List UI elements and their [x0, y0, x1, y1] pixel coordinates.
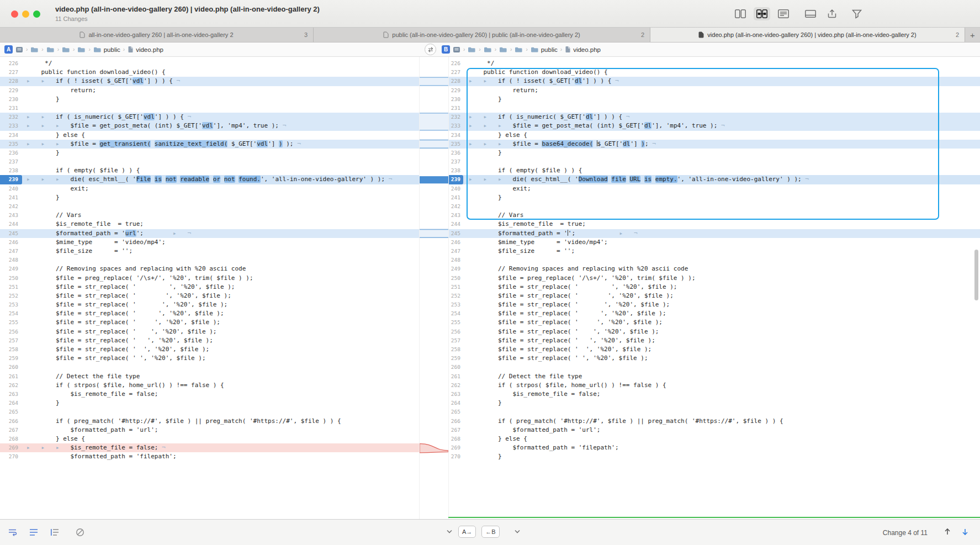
- chevron-down-icon[interactable]: [514, 530, 521, 534]
- chevron-down-icon[interactable]: [446, 530, 453, 534]
- code-line[interactable]: 253 $file = str_replace( ' ', '%20', $fi…: [0, 300, 419, 309]
- breadcrumb-item[interactable]: [77, 46, 86, 53]
- code-line[interactable]: 242: [0, 202, 419, 211]
- tab[interactable]: public (all-in-one-video-gallery 260) | …: [314, 28, 650, 42]
- minimize-button[interactable]: [22, 10, 29, 18]
- code-line[interactable]: 239▸ ▸ ▸ die( esc_html__( 'File is not r…: [0, 175, 419, 184]
- code-line[interactable]: 264 }: [0, 399, 419, 408]
- code-line[interactable]: 266 if ( preg_match( '#http://#', $file …: [0, 417, 419, 426]
- code-line[interactable]: 235▸ ▸ ▸ $file = get_transient( sanitize…: [0, 140, 419, 149]
- breadcrumb-item[interactable]: [62, 46, 70, 53]
- code-line[interactable]: 240 exit;: [0, 184, 419, 193]
- code-line[interactable]: 257 $file = str_replace( ' ', '%20', $fi…: [0, 336, 419, 345]
- change-list-icon[interactable]: [28, 527, 40, 537]
- code-line[interactable]: 260: [0, 363, 419, 372]
- exclude-icon[interactable]: [74, 527, 86, 537]
- code-line[interactable]: 227 public function download_video() {: [449, 68, 980, 77]
- line-filter-icon[interactable]: [49, 527, 61, 537]
- code-line[interactable]: 259 $file = str_replace( ' ', '%20', $fi…: [449, 354, 980, 363]
- code-line[interactable]: 243 // Vars: [0, 211, 419, 220]
- filter-icon[interactable]: [849, 7, 865, 20]
- code-line[interactable]: 243 // Vars: [449, 211, 980, 220]
- code-line[interactable]: 249 // Removing spaces and replacing wit…: [0, 264, 419, 273]
- breadcrumb-item[interactable]: [499, 46, 507, 53]
- code-line[interactable]: 268 } else {: [449, 435, 980, 443]
- copy-b-button[interactable]: ←B: [481, 526, 499, 538]
- code-line[interactable]: 259 $file = str_replace( ' ', '%20', $fi…: [0, 354, 419, 363]
- code-line[interactable]: 246 $mime_type = 'video/mp4';: [449, 238, 980, 247]
- breadcrumb-item[interactable]: public: [93, 46, 120, 53]
- breadcrumb-item[interactable]: [515, 46, 523, 53]
- code-line[interactable]: 228▸ ▸ if ( ! isset( $_GET['vdl'] ) ) { …: [0, 77, 419, 86]
- code-line[interactable]: 262 if ( strpos( $file, home_url() ) !==…: [0, 381, 419, 390]
- code-line[interactable]: 230 }: [449, 95, 980, 104]
- code-line[interactable]: 238 if ( empty( $file ) ) {: [449, 166, 980, 175]
- pane-layout-icon[interactable]: [732, 7, 749, 20]
- code-line[interactable]: 269▸ ▸ ▸ $is_remote_file = false; ¬: [0, 443, 419, 452]
- code-line[interactable]: 247 $file_size = '';: [449, 247, 980, 256]
- code-line[interactable]: 230 }: [0, 95, 419, 104]
- tab[interactable]: video.php (all-in-one-video-gallery 260)…: [650, 28, 965, 42]
- code-line[interactable]: 227 public function download_video() {: [0, 68, 419, 77]
- code-line[interactable]: 251 $file = str_replace( ' ', '%20', $fi…: [0, 283, 419, 292]
- code-line[interactable]: 262 if ( strpos( $file, home_url() ) !==…: [449, 381, 980, 390]
- breadcrumb-item[interactable]: video.php: [565, 46, 601, 53]
- code-line[interactable]: 228▸ ▸ if ( ! isset( $_GET['dl'] ) ) { ¬: [449, 77, 980, 86]
- code-line[interactable]: 254 $file = str_replace( ' ', '%20', $fi…: [0, 309, 419, 318]
- code-line[interactable]: 267 $formatted_path = 'url';: [449, 426, 980, 435]
- code-line[interactable]: 252 $file = str_replace( ' ', '%20', $fi…: [449, 292, 980, 300]
- code-line[interactable]: 241 }: [0, 193, 419, 202]
- code-line[interactable]: 232▸ ▸ if ( is_numeric( $_GET['vdl'] ) )…: [0, 113, 419, 121]
- breadcrumb-item[interactable]: [484, 46, 492, 53]
- code-line[interactable]: 231: [449, 104, 980, 113]
- code-line[interactable]: 232▸ ▸ if ( is_numeric( $_GET['dl'] ) ) …: [449, 113, 980, 121]
- code-line[interactable]: 235▸ ▸ ▸ $file = base64_decode( $_GET['d…: [449, 140, 980, 149]
- code-line[interactable]: 246 $mime_type = 'video/mp4';: [0, 238, 419, 247]
- code-line[interactable]: 263 $is_remote_file = false;: [0, 390, 419, 399]
- unified-layout-icon[interactable]: [775, 7, 792, 20]
- code-line[interactable]: 241 }: [449, 193, 980, 202]
- code-line[interactable]: 245 $formatted_path = 'url'; ▸ ¬: [0, 229, 419, 238]
- code-line[interactable]: 257 $file = str_replace( ' ', '%20', $fi…: [449, 336, 980, 345]
- breadcrumb-item[interactable]: public: [531, 46, 558, 53]
- code-line[interactable]: 234 } else {: [449, 131, 980, 140]
- code-line[interactable]: 270 $formatted_path = 'filepath';: [0, 452, 419, 461]
- code-line[interactable]: 229 return;: [0, 86, 419, 95]
- code-line[interactable]: 242: [449, 202, 980, 211]
- fluid-layout-icon[interactable]: [754, 7, 770, 20]
- code-line[interactable]: 268 } else {: [0, 435, 419, 443]
- code-line[interactable]: 270 }: [449, 452, 980, 461]
- vertical-scrollbar[interactable]: [974, 250, 978, 300]
- code-line[interactable]: 233▸ ▸ ▸ $file = get_post_meta( (int) $_…: [449, 121, 980, 130]
- code-line[interactable]: 260: [449, 363, 980, 372]
- share-icon[interactable]: [824, 7, 840, 20]
- code-line[interactable]: 255 $file = str_replace( ' ', '%20', $fi…: [0, 318, 419, 327]
- new-tab-button[interactable]: +: [965, 28, 980, 42]
- code-line[interactable]: 256 $file = str_replace( ' ', '%20', $fi…: [449, 327, 980, 336]
- code-line[interactable]: 231: [0, 104, 419, 113]
- code-line[interactable]: 256 $file = str_replace( ' ', '%20', $fi…: [0, 327, 419, 336]
- code-line[interactable]: 229 return;: [449, 86, 980, 95]
- breadcrumb-item[interactable]: video.php: [128, 46, 163, 53]
- code-line[interactable]: 239▸ ▸ ▸ die( esc_html__( 'Download file…: [449, 175, 980, 184]
- code-line[interactable]: 249 // Removing spaces and replacing wit…: [449, 264, 980, 273]
- copy-a-button[interactable]: A→: [458, 526, 476, 538]
- code-line[interactable]: 266 if ( preg_match( '#http://#', $file …: [449, 417, 980, 426]
- code-line[interactable]: 248: [449, 256, 980, 264]
- code-line[interactable]: 238 if ( empty( $file ) ) {: [0, 166, 419, 175]
- code-line[interactable]: 263 $is_remote_file = false;: [449, 390, 980, 399]
- code-line[interactable]: 267 $formatted_path = 'url';: [0, 426, 419, 435]
- breadcrumb-item[interactable]: [15, 46, 23, 53]
- code-line[interactable]: 250 $file = preg_replace( '/\s+/', '%20'…: [449, 274, 980, 283]
- code-line[interactable]: 258 $file = str_replace( ' ', '%20', $fi…: [0, 345, 419, 354]
- breadcrumb-item[interactable]: [468, 46, 476, 53]
- wrap-text-icon[interactable]: [7, 527, 19, 537]
- swap-sides-button[interactable]: [425, 44, 436, 55]
- code-line[interactable]: 252 $file = str_replace( ' ', '%20', $fi…: [0, 292, 419, 300]
- zoom-button[interactable]: [33, 10, 40, 18]
- breadcrumb-item[interactable]: [453, 46, 460, 53]
- code-line[interactable]: 258 $file = str_replace( ' ', '%20', $fi…: [449, 345, 980, 354]
- code-line[interactable]: 261 // Detect the file type: [0, 372, 419, 381]
- code-line[interactable]: 233▸ ▸ ▸ $file = get_post_meta( (int) $_…: [0, 121, 419, 130]
- tab[interactable]: all-in-one-video-gallery 260 | all-in-on…: [0, 28, 314, 42]
